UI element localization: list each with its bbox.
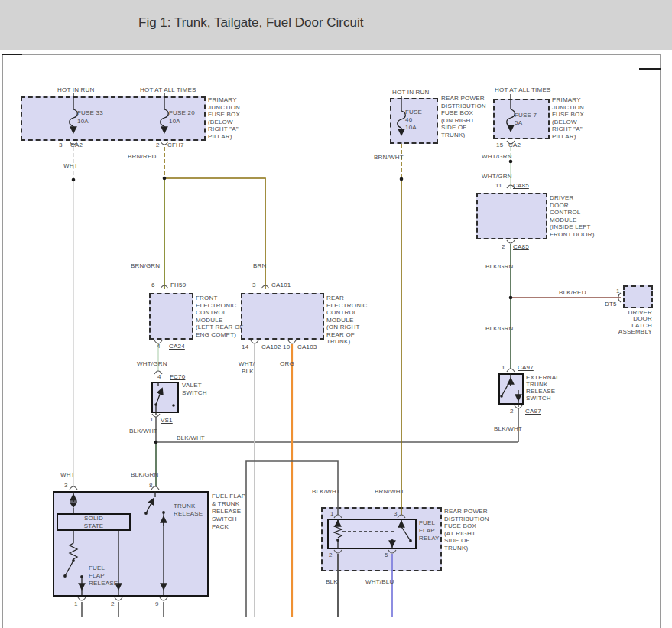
pin-number: 1 [74, 600, 78, 607]
rpdfb-bottom-label: DISTRIBUTION [444, 516, 489, 522]
rpdfb-top-label: TRUNK) [441, 132, 465, 138]
pjfb-left-label: JUNCTION [208, 104, 240, 111]
pin-number: 3 [394, 510, 398, 517]
wire-label-wht-grn: WHT/GRN [482, 173, 512, 180]
ddcm-label: (INSIDE LEFT [550, 223, 591, 230]
connector-fc70: FC70 [170, 373, 185, 380]
pin-number: 2 [111, 600, 115, 607]
pjfb-right-label: PILLAR) [552, 133, 576, 140]
pin-number: 3 [59, 142, 63, 148]
wire-label-blk-wht: BLK/WHT [494, 425, 522, 432]
front-ecm-label: MODULE [196, 317, 222, 324]
ext-switch-label: EXTERNAL [526, 374, 560, 381]
connector-ca97: CA97 [518, 364, 534, 371]
wire-label-wht-blk: WHT/ [239, 360, 255, 367]
ddcm-label: DOOR [550, 202, 569, 209]
pin-number: 3 [64, 482, 68, 489]
ext-switch-label: SWITCH [526, 395, 551, 402]
pin-number: 8 [149, 482, 153, 489]
ddla-label: ASSEMBLY [606, 328, 652, 335]
ddcm-label: FRONT DOOR) [550, 231, 595, 238]
rpdfb-top-label: FUSE BOX [441, 109, 473, 116]
connector-fh59: FH59 [170, 281, 186, 288]
front-ecm-label: (LEFT REAR OF [196, 324, 243, 330]
valet-switch-label: SWITCH [182, 389, 207, 396]
pin-number: 1 [616, 288, 620, 294]
pjfb-left-label: RIGHT "A" [208, 125, 239, 132]
fuse46-rating: 10A [405, 124, 417, 131]
fuse20-rating: 10A [169, 118, 180, 125]
front-ecm-label: FRONT [196, 294, 218, 301]
connector-ca24: CA24 [169, 343, 185, 350]
wire-label-brn-red: BRN/RED [128, 153, 156, 160]
fuse33-name: FUSE 33 [77, 109, 103, 116]
ext-trunk-switch-internals [500, 373, 518, 407]
front-ecm-label: CONTROL [196, 309, 227, 316]
wire-label-brn: BRN [253, 262, 267, 269]
wire-label-blk-grn: BLK/GRN [485, 325, 514, 332]
wire-label-blk-grn: BLK/GRN [131, 471, 159, 478]
connector-cfh7: CFH7 [167, 142, 184, 148]
relay-label: RELAY [419, 535, 440, 542]
wire-label-blk-wht: BLK/WHT [312, 488, 340, 495]
pin-number: 6 [151, 281, 155, 288]
rear-ecm-label: ELECTRONIC [326, 302, 368, 309]
ddcm-label: CONTROL [550, 209, 581, 216]
switch-pack-label: & TRUNK [212, 500, 239, 507]
pin-number: 9 [155, 600, 159, 607]
rear-ecm-label: TRUNK) [326, 338, 350, 345]
connector-ca2: CA2 [70, 142, 83, 148]
fuse20-name: FUSE 20 [169, 109, 195, 116]
pin-number: 1 [330, 510, 334, 517]
pin-number: 5 [385, 552, 388, 558]
rear-ecm-label: MODULE [326, 317, 353, 324]
rear-ecm-label: (ON RIGHT [326, 324, 360, 330]
connector-ca101: CA101 [271, 281, 291, 288]
pin-number: 3 [252, 281, 256, 288]
fuel-flap-release-label: RELEASE [89, 580, 118, 587]
rpdfb-top-label: (ON RIGHT [441, 117, 475, 124]
pjfb-right-label: RIGHT "A" [552, 125, 583, 132]
pjfb-right-label: (BELOW [552, 119, 577, 125]
fuel-flap-release-label: FLAP [89, 572, 105, 579]
pin-number: 10 [283, 343, 290, 350]
rpdfb-top-label: DISTRIBUTION [441, 102, 486, 109]
wire-label-wht: WHT [63, 162, 78, 169]
trunk-release-label: RELEASE [174, 510, 203, 517]
connector-ca85: CA85 [513, 182, 529, 189]
wire-label-blk-red: BLK/RED [559, 289, 586, 296]
switch-pack-label: RELEASE [212, 508, 241, 515]
rpdfb-bottom-label: SIDE OF [444, 537, 469, 544]
pin-number: 2 [156, 142, 160, 148]
connector-vs1: VS1 [161, 417, 173, 424]
rear-ecm-label: REAR [326, 294, 344, 301]
trunk-release-label: TRUNK [174, 503, 196, 509]
pjfb-left-label: (BELOW [208, 119, 233, 125]
wire-label-wht-blk: BLK [242, 368, 254, 375]
wire-brn [164, 178, 265, 289]
relay-label: FUEL [419, 519, 435, 526]
pjfb-right-label: JUNCTION [552, 104, 584, 111]
rear-ecm-label: REAR OF [326, 331, 355, 338]
ddcm-label: MODULE [550, 216, 576, 223]
pin-number: 4 [157, 343, 161, 350]
wire-label-wht-grn: WHT/GRN [482, 153, 512, 160]
switch-pack-label: FUEL FLAP [212, 493, 245, 499]
wire-label-wht-grn: WHT/GRN [137, 360, 167, 367]
rpdfb-top-label: REAR POWER [441, 95, 485, 102]
ext-switch-label: RELEASE [526, 388, 555, 395]
hot-at-all-times-label: HOT AT ALL TIMES [495, 86, 550, 93]
wire-label-brn-wht: BRN/WHT [374, 154, 404, 161]
valet-switch-internals [154, 382, 175, 415]
wire-pack-outputs [82, 602, 164, 617]
hot-in-run-label: HOT IN RUN [57, 86, 95, 93]
rpdfb-top-label: SIDE OF [441, 124, 466, 131]
rpdfb-bottom-label: TRUNK) [444, 545, 468, 552]
wire-label-blk-wht: BLK/WHT [129, 428, 157, 434]
pin-number: 1 [502, 364, 505, 371]
valet-switch-label: VALET [182, 382, 202, 389]
rpdfb-bottom-label: (AT RIGHT [444, 530, 476, 537]
wire-label-wht: WHT [60, 471, 75, 478]
wire-label-org: ORG [280, 360, 294, 367]
wire-label-wht-blu: WHT/BLU [365, 578, 394, 585]
